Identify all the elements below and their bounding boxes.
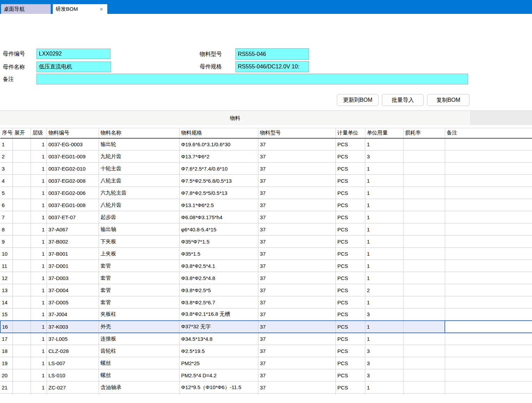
cell-unit[interactable]: PCS <box>335 211 365 223</box>
table-row[interactable]: 12137-D003套管Φ3.8*Φ2.5*4.837PCS1 <box>0 272 532 284</box>
cell-loss[interactable] <box>403 296 445 309</box>
cell-model[interactable]: 37 <box>258 248 335 260</box>
column-header-name[interactable]: 物料名称 <box>99 128 179 138</box>
cell-loss[interactable] <box>403 272 445 284</box>
remark-input[interactable] <box>36 74 468 84</box>
cell-level[interactable]: 1 <box>31 357 47 369</box>
cell-loss[interactable] <box>403 321 445 333</box>
cell-level[interactable]: 1 <box>31 296 47 309</box>
cell-code[interactable]: 0037-ET-07 <box>47 211 99 223</box>
cell-remark[interactable] <box>445 357 532 369</box>
cell-spec[interactable]: Φ19.6*6.0*3.1/0.6*30 <box>179 138 258 150</box>
cell-spec[interactable]: Φ3.8*Φ2.5*6.7 <box>179 296 258 309</box>
cell-level[interactable]: 1 <box>31 321 47 333</box>
cell-unit[interactable]: PCS <box>335 381 365 394</box>
cell-expand[interactable] <box>13 223 31 236</box>
remark-edit-cell[interactable] <box>445 321 532 333</box>
cell-qty[interactable]: 2 <box>365 284 403 296</box>
cell-loss[interactable] <box>403 187 445 199</box>
cell-unit[interactable]: PCS <box>335 236 365 248</box>
cell-qty[interactable]: 1 <box>365 175 403 187</box>
cell-spec[interactable]: Φ3.8*Φ2.5*4.1 <box>179 260 258 272</box>
cell-remark[interactable] <box>445 296 532 309</box>
cell-name[interactable]: 下夹板 <box>99 236 179 248</box>
tab-desktop-nav[interactable]: 桌面导航 <box>1 4 51 14</box>
cell-seq[interactable]: 3 <box>0 163 13 175</box>
cell-spec[interactable]: Φ3.8*Φ2.5*4.8 <box>179 272 258 284</box>
cell-expand[interactable] <box>13 272 31 284</box>
cell-code[interactable]: 0037-EG-0003 <box>47 138 99 150</box>
cell-unit[interactable]: PCS <box>335 284 365 296</box>
cell-remark[interactable] <box>445 381 532 394</box>
cell-expand[interactable] <box>13 345 31 357</box>
column-header-model[interactable]: 物料型号 <box>258 128 335 138</box>
cell-unit[interactable]: PCS <box>335 199 365 211</box>
cell-qty[interactable]: 1 <box>365 272 403 284</box>
cell-name[interactable]: 十轮主齿 <box>99 163 179 175</box>
cell-code[interactable]: 0037-EG02-006 <box>47 187 99 199</box>
cell-spec[interactable]: Φ12*9.5（Φ10*Φ6）-11.5 <box>179 381 258 394</box>
cell-expand[interactable] <box>13 357 31 369</box>
cell-model[interactable]: 37 <box>258 296 335 309</box>
cell-spec[interactable]: φ6*40.8-5.4*15 <box>179 223 258 236</box>
cell-code[interactable]: 37-B002 <box>47 236 99 248</box>
cell-name[interactable]: 含油轴承 <box>99 381 179 394</box>
table-row[interactable]: 310037-EG02-010十轮主齿Φ7.6*2.5*7.4/0.6*1037… <box>0 163 532 175</box>
cell-code[interactable]: 0037-EG01-009 <box>47 150 99 163</box>
cell-expand[interactable] <box>13 321 31 333</box>
cell-model[interactable]: 37 <box>258 260 335 272</box>
cell-qty[interactable]: 1 <box>365 223 403 236</box>
cell-loss[interactable] <box>403 211 445 223</box>
column-header-level[interactable]: 层级 <box>31 128 47 138</box>
cell-expand[interactable] <box>13 284 31 296</box>
cell-name[interactable]: 八轮片齿 <box>99 199 179 211</box>
cell-model[interactable]: 37 <box>258 284 335 296</box>
cell-name[interactable]: 输出轮 <box>99 138 179 150</box>
cell-expand[interactable] <box>13 175 31 187</box>
cell-expand[interactable] <box>13 333 31 345</box>
cell-name[interactable]: 上夹板 <box>99 248 179 260</box>
cell-code[interactable]: 0037-EG02-010 <box>47 163 99 175</box>
cell-seq[interactable]: 18 <box>0 345 13 357</box>
cell-seq[interactable]: 1 <box>0 138 13 150</box>
cell-loss[interactable] <box>403 284 445 296</box>
cell-qty[interactable]: 1 <box>365 381 403 394</box>
cell-spec[interactable]: Φ34.5*13*4.8 <box>179 333 258 345</box>
cell-loss[interactable] <box>403 248 445 260</box>
close-icon[interactable]: × <box>98 6 105 12</box>
cell-loss[interactable] <box>403 260 445 272</box>
cell-loss[interactable] <box>403 175 445 187</box>
cell-seq[interactable]: 6 <box>0 199 13 211</box>
cell-unit[interactable]: PCS <box>335 248 365 260</box>
cell-code[interactable]: 37-D004 <box>47 284 99 296</box>
column-header-code[interactable]: 物料编号 <box>47 128 99 138</box>
cell-expand[interactable] <box>13 236 31 248</box>
material-model-input[interactable]: RS555-046 <box>235 48 309 60</box>
cell-code[interactable]: ZC-027 <box>47 381 99 394</box>
cell-remark[interactable] <box>445 345 532 357</box>
cell-spec[interactable]: Φ3.8*Φ2.5*5 <box>179 284 258 296</box>
cell-remark[interactable] <box>445 175 532 187</box>
cell-seq[interactable]: 11 <box>0 260 13 272</box>
column-header-spec[interactable]: 物料规格 <box>179 128 258 138</box>
cell-qty[interactable]: 1 <box>365 211 403 223</box>
cell-qty[interactable]: 3 <box>365 369 403 381</box>
cell-code[interactable]: LS-010 <box>47 369 99 381</box>
cell-name[interactable]: 螺丝 <box>99 369 179 381</box>
cell-code[interactable]: 37-L005 <box>47 333 99 345</box>
cell-level[interactable]: 1 <box>31 284 47 296</box>
update-to-bom-button[interactable]: 更新到BOM <box>337 94 379 106</box>
cell-remark[interactable] <box>445 284 532 296</box>
copy-bom-button[interactable]: 复制BOM <box>427 94 469 106</box>
cell-name[interactable]: 外壳 <box>99 321 179 333</box>
parent-code-input[interactable]: LXX0292 <box>36 49 110 59</box>
parent-name-input[interactable]: 低压直流电机 <box>36 61 111 72</box>
cell-code[interactable]: 0037-EG02-008 <box>47 175 99 187</box>
cell-seq[interactable]: 7 <box>0 211 13 223</box>
cell-remark[interactable] <box>445 333 532 345</box>
cell-name[interactable]: 齿轮柱 <box>99 345 179 357</box>
cell-model[interactable]: 37 <box>258 357 335 369</box>
cell-unit[interactable]: PCS <box>335 321 365 333</box>
cell-remark[interactable] <box>445 223 532 236</box>
cell-qty[interactable]: 1 <box>365 138 403 150</box>
